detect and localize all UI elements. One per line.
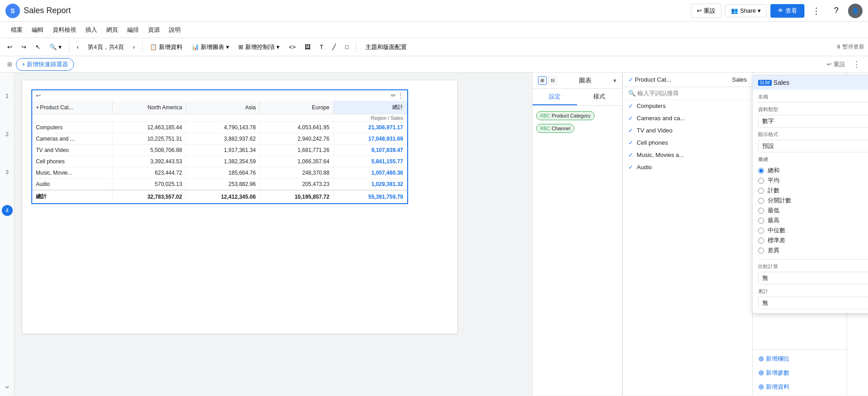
textbox-button[interactable]: T bbox=[316, 42, 327, 52]
table-undo-button[interactable]: ↩ bbox=[36, 92, 41, 99]
add-filter-button[interactable]: + 新增快速篩選器 bbox=[16, 58, 74, 71]
zoom-tool-button[interactable]: 🔍 ▾ bbox=[46, 42, 65, 52]
grid-icon[interactable]: ⊟ bbox=[548, 76, 557, 85]
dim-section: RBC Product Category RBC Channel bbox=[536, 109, 618, 135]
menu-help[interactable]: 說明 bbox=[165, 24, 184, 36]
cell-asia: 1,382,354.59 bbox=[186, 156, 260, 167]
tab-settings[interactable]: 設定 bbox=[533, 89, 577, 105]
menu-arrange[interactable]: 編排 bbox=[123, 24, 143, 36]
controls-icon: ⊞ bbox=[238, 44, 243, 50]
radio-input[interactable] bbox=[758, 178, 764, 184]
radio-item[interactable]: 最高 bbox=[758, 215, 868, 225]
undo-tool-button[interactable]: ↩ bbox=[4, 42, 16, 52]
cell-north-america: 3,392,443.53 bbox=[112, 156, 186, 167]
cursor-tool-button[interactable]: ↖ bbox=[32, 42, 44, 52]
share-button[interactable]: 👥 Share ▾ bbox=[725, 4, 767, 17]
view-button[interactable]: 👁 查看 bbox=[770, 4, 804, 18]
add-data-button[interactable]: ⊕ 新增資料 bbox=[753, 380, 846, 394]
add-param-button[interactable]: ⊕ 新增參數 bbox=[753, 366, 846, 380]
radio-item[interactable]: 分開計數 bbox=[758, 196, 868, 205]
menu-web[interactable]: 網頁 bbox=[103, 24, 122, 36]
radio-item[interactable]: 差異 bbox=[758, 245, 868, 255]
cell-north-america: 10,225,751.31 bbox=[112, 133, 186, 145]
add-chart-button[interactable]: 📊 新增圖表 ▾ bbox=[188, 41, 233, 53]
table-icon[interactable]: ⊞ bbox=[538, 76, 547, 85]
type-selector[interactable]: 數字 ▾ bbox=[758, 115, 868, 127]
cell-north-america: 570,025.13 bbox=[112, 179, 186, 191]
radio-input[interactable] bbox=[758, 218, 764, 224]
radio-item[interactable]: 計數 bbox=[758, 186, 868, 196]
radio-item[interactable]: 中位數 bbox=[758, 225, 868, 235]
radio-item[interactable]: 標準差 bbox=[758, 235, 868, 245]
radio-input[interactable] bbox=[758, 198, 764, 204]
menu-resources[interactable]: 資源 bbox=[144, 24, 163, 36]
radio-label: 差異 bbox=[768, 246, 779, 254]
table-more-icon[interactable]: ⋮ bbox=[398, 92, 404, 99]
add-param-icon: ⊕ bbox=[758, 368, 764, 377]
page-nav-arrow[interactable]: › bbox=[2, 386, 12, 389]
tab-style[interactable]: 樣式 bbox=[577, 89, 621, 105]
dropdown-item[interactable]: ✓ Music, Movies a... bbox=[623, 149, 753, 161]
cell-europe: 205,473.23 bbox=[260, 179, 333, 191]
page-num-3[interactable]: 3 bbox=[2, 167, 13, 178]
cell-category: Cameras and ... bbox=[32, 133, 112, 145]
menu-data-view[interactable]: 資料檢視 bbox=[49, 24, 80, 36]
dropdown-item[interactable]: ✓ Computers bbox=[623, 100, 753, 112]
dropdown-item[interactable]: ✓ Cameras and ca... bbox=[623, 112, 753, 124]
field-editor-title: Sales bbox=[774, 79, 789, 86]
settings-icon[interactable]: ⋮ bbox=[853, 59, 861, 69]
avatar[interactable]: 👤 bbox=[848, 4, 863, 18]
nav-next-button[interactable]: › bbox=[129, 42, 138, 52]
region-sales-label: Region / Sales bbox=[32, 114, 407, 122]
dropdown-search-input[interactable] bbox=[637, 90, 747, 97]
dropdown-item-label: Music, Movies a... bbox=[637, 152, 684, 158]
dropdown-item[interactable]: ✓ Audio bbox=[623, 161, 753, 173]
dropdown-col1-label: Product Cat... bbox=[635, 76, 671, 83]
page-num-2[interactable]: 2 bbox=[2, 129, 13, 140]
code-button[interactable]: <> bbox=[285, 42, 299, 52]
radio-item[interactable]: 最低 bbox=[758, 205, 868, 215]
canvas-area: ↩ ✏ ⋮ + Product Cat... bbox=[15, 73, 532, 396]
format-selector[interactable]: 預設 ▾ bbox=[758, 140, 868, 152]
image-button[interactable]: 🖼 bbox=[301, 42, 314, 52]
running-total-selector[interactable]: 無 ? ▾ bbox=[758, 297, 868, 309]
nav-prev-button[interactable]: ‹ bbox=[73, 42, 82, 52]
menu-file[interactable]: 檔案 bbox=[7, 24, 26, 36]
comparison-selector[interactable]: 無 ▾ bbox=[758, 272, 868, 284]
radio-item[interactable]: 總和 bbox=[758, 166, 868, 176]
radio-input[interactable] bbox=[758, 168, 764, 174]
cell-europe: 4,053,641.95 bbox=[260, 122, 333, 133]
radio-item[interactable]: 平均 bbox=[758, 176, 868, 186]
radio-input[interactable] bbox=[758, 208, 764, 214]
add-field-button[interactable]: ⊕ 新增欄位 bbox=[753, 352, 846, 366]
radio-input[interactable] bbox=[758, 248, 764, 254]
sum-badge: SUM bbox=[758, 80, 772, 86]
dropdown-item[interactable]: ✓ TV and Video bbox=[623, 124, 753, 137]
table-edit-icon[interactable]: ✏ bbox=[391, 92, 396, 99]
help-button[interactable]: ? bbox=[828, 3, 844, 19]
more-button[interactable]: ⋮ bbox=[808, 3, 824, 19]
menu-edit[interactable]: 編輯 bbox=[28, 24, 47, 36]
chart-panel-header: ⊞ ⊟ 圖表 ▾ bbox=[533, 73, 622, 89]
add-data-button[interactable]: 📋 新增資料 bbox=[146, 41, 186, 53]
radio-input[interactable] bbox=[758, 238, 764, 244]
theme-button[interactable]: 主題和版面配置 bbox=[360, 41, 412, 53]
table-widget: ↩ ✏ ⋮ + Product Cat... bbox=[31, 89, 408, 204]
menu-insert[interactable]: 插入 bbox=[82, 24, 101, 36]
redo-tool-button[interactable]: ↪ bbox=[18, 42, 30, 52]
undo-button[interactable]: ↩ 重設 bbox=[691, 4, 721, 18]
line-button[interactable]: ╱ bbox=[329, 42, 340, 52]
page-num-4[interactable]: 4 bbox=[2, 205, 13, 216]
shape-button[interactable]: □ bbox=[341, 42, 352, 52]
page-num-1[interactable]: 1 bbox=[2, 91, 13, 102]
undo-settings-icon[interactable]: ↩ 重設 bbox=[827, 60, 845, 68]
chart-panel-expand-icon[interactable]: ▾ bbox=[613, 77, 616, 84]
dropdown-item[interactable]: ✓ Cell phones bbox=[623, 137, 753, 149]
right-panel-container: ⊞ ⊟ 圖表 ▾ 設定 樣式 RBC Product Category bbox=[532, 73, 868, 396]
add-controls-button[interactable]: ⊞ 新增控制項 ▾ bbox=[235, 41, 283, 53]
radio-input[interactable] bbox=[758, 228, 764, 234]
radio-input[interactable] bbox=[758, 188, 764, 194]
expand-icon[interactable]: + bbox=[36, 104, 39, 111]
table-row: Music, Movie... 623,444.72 185,664.76 24… bbox=[32, 167, 407, 179]
add-icon: ⊕ bbox=[758, 354, 764, 363]
